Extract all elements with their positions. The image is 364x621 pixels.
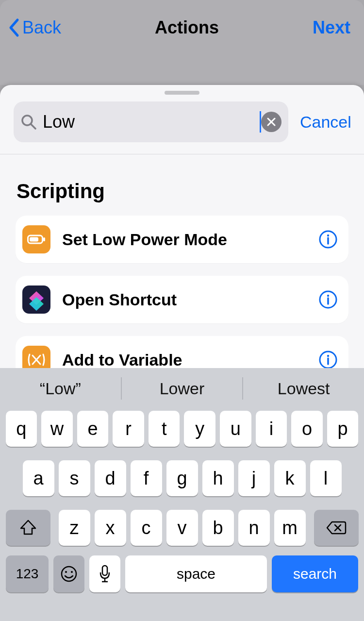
info-icon xyxy=(318,230,338,249)
svg-point-11 xyxy=(327,295,329,297)
back-label: Back xyxy=(22,17,61,38)
key-a[interactable]: a xyxy=(23,460,54,496)
search-field[interactable] xyxy=(14,101,288,142)
search-key[interactable]: search xyxy=(272,555,358,592)
key-t[interactable]: t xyxy=(149,411,180,447)
nav-header: Back Actions Next xyxy=(0,0,364,85)
svg-point-8 xyxy=(327,235,329,236)
search-input[interactable] xyxy=(43,112,261,132)
backspace-icon xyxy=(326,520,347,535)
key-v[interactable]: v xyxy=(166,510,198,546)
key-s[interactable]: s xyxy=(59,460,90,496)
key-z[interactable]: z xyxy=(59,510,90,546)
info-icon xyxy=(318,350,338,368)
key-i[interactable]: i xyxy=(256,411,287,447)
clear-button[interactable] xyxy=(261,112,281,132)
shift-icon xyxy=(19,520,37,536)
search-sheet: Cancel Scripting Set Low Power Mode xyxy=(0,85,364,368)
key-w[interactable]: w xyxy=(41,411,73,447)
key-r[interactable]: r xyxy=(113,411,144,447)
result-open-shortcut[interactable]: Open Shortcut xyxy=(16,276,348,323)
shift-key[interactable] xyxy=(6,510,50,546)
emoji-icon xyxy=(60,565,78,583)
key-h[interactable]: h xyxy=(202,460,234,496)
result-label: Set Low Power Mode xyxy=(62,230,318,249)
info-button[interactable] xyxy=(318,290,338,309)
svg-point-20 xyxy=(71,571,73,573)
section-title: Scripting xyxy=(0,154,364,216)
key-c[interactable]: c xyxy=(131,510,162,546)
key-x[interactable]: x xyxy=(95,510,126,546)
svg-line-1 xyxy=(31,124,35,129)
dictation-key[interactable] xyxy=(89,555,120,592)
search-icon xyxy=(20,114,37,130)
svg-rect-21 xyxy=(102,566,107,575)
numbers-key[interactable]: 123 xyxy=(6,555,49,592)
result-set-low-power-mode[interactable]: Set Low Power Mode xyxy=(16,216,348,263)
svg-point-18 xyxy=(62,567,76,581)
emoji-key[interactable] xyxy=(53,555,84,592)
suggestion[interactable]: “Low” xyxy=(0,368,121,409)
key-d[interactable]: d xyxy=(95,460,126,496)
keyboard: “Low” Lower Lowest qwertyuiop asdfghjkl … xyxy=(0,368,364,621)
key-m[interactable]: m xyxy=(274,510,306,546)
key-u[interactable]: u xyxy=(220,411,251,447)
svg-point-14 xyxy=(327,355,329,357)
suggestion-bar: “Low” Lower Lowest xyxy=(0,368,364,409)
suggestion[interactable]: Lowest xyxy=(243,368,364,409)
svg-rect-6 xyxy=(43,237,45,241)
key-y[interactable]: y xyxy=(184,411,215,447)
chevron-left-icon xyxy=(8,18,19,37)
result-add-to-variable[interactable]: Add to Variable xyxy=(16,336,348,368)
cancel-button[interactable]: Cancel xyxy=(300,113,351,132)
key-k[interactable]: k xyxy=(274,460,306,496)
microphone-icon xyxy=(99,565,111,583)
key-p[interactable]: p xyxy=(327,411,359,447)
sheet-grabber[interactable] xyxy=(165,91,199,95)
key-n[interactable]: n xyxy=(238,510,270,546)
key-q[interactable]: q xyxy=(6,411,37,447)
space-key[interactable]: space xyxy=(125,555,267,592)
key-o[interactable]: o xyxy=(291,411,323,447)
variable-icon xyxy=(22,346,50,368)
key-b[interactable]: b xyxy=(202,510,234,546)
info-button[interactable] xyxy=(318,350,338,368)
result-label: Add to Variable xyxy=(62,351,318,369)
key-f[interactable]: f xyxy=(131,460,162,496)
page-title: Actions xyxy=(155,17,219,38)
close-icon xyxy=(266,117,276,127)
info-button[interactable] xyxy=(318,230,338,249)
svg-point-19 xyxy=(65,571,67,573)
key-e[interactable]: e xyxy=(77,411,109,447)
key-l[interactable]: l xyxy=(310,460,342,496)
key-j[interactable]: j xyxy=(238,460,270,496)
info-icon xyxy=(318,290,338,309)
back-button[interactable]: Back xyxy=(8,17,61,38)
suggestion[interactable]: Lower xyxy=(122,368,243,409)
backspace-key[interactable] xyxy=(314,510,359,546)
shortcuts-icon xyxy=(22,285,50,314)
svg-rect-5 xyxy=(30,237,38,242)
next-button[interactable]: Next xyxy=(313,17,350,38)
battery-icon xyxy=(22,225,50,253)
result-label: Open Shortcut xyxy=(62,290,318,309)
key-g[interactable]: g xyxy=(166,460,198,496)
